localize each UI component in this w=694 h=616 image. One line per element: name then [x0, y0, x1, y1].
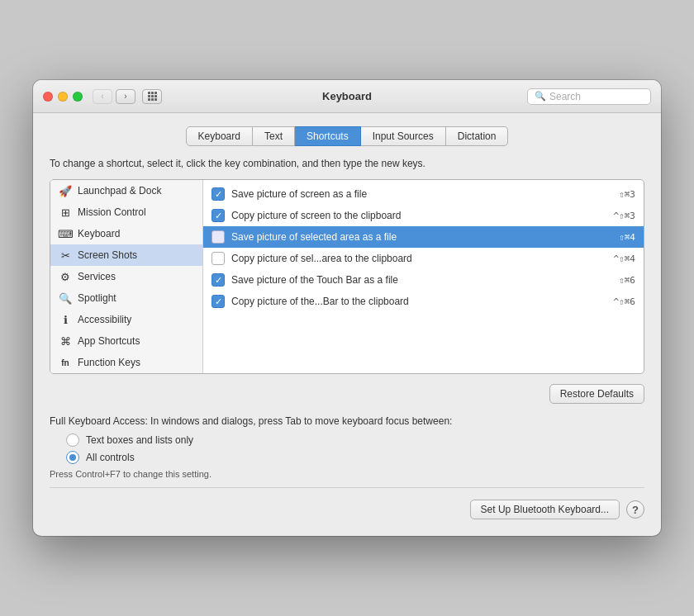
sidebar-label-function-keys: Function Keys: [78, 357, 140, 368]
tab-dictation[interactable]: Dictation: [446, 126, 509, 146]
shortcut-label-5: Copy picture of the...Bar to the clipboa…: [231, 296, 607, 307]
shortcut-row-2[interactable]: Save picture of selected area as a file …: [203, 226, 644, 248]
instruction-text: To change a shortcut, select it, click t…: [50, 158, 644, 169]
radio-item-text-boxes[interactable]: Text boxes and lists only: [66, 434, 644, 447]
main-panel: 🚀 Launchpad & Dock ⊞ Mission Control ⌨ K…: [50, 179, 644, 374]
shortcut-checkbox-0[interactable]: [212, 187, 225, 201]
hint-text: Press Control+F7 to change this setting.: [50, 469, 644, 479]
titlebar: ‹ › Keyboard 🔍 Search: [33, 80, 661, 113]
shortcut-checkbox-1[interactable]: [212, 209, 225, 222]
app-shortcuts-icon: ⌘: [59, 334, 72, 348]
window-title: Keyboard: [322, 90, 372, 102]
grid-view-button[interactable]: [142, 89, 162, 104]
maximize-button[interactable]: [73, 92, 83, 102]
close-button[interactable]: [43, 92, 53, 102]
tab-bar: Keyboard Text Shortcuts Input Sources Di…: [50, 126, 644, 146]
sidebar-label-mission-control: Mission Control: [78, 206, 146, 218]
radio-text-boxes[interactable]: [66, 434, 79, 447]
radio-item-all-controls[interactable]: All controls: [66, 451, 644, 464]
shortcut-key-0: ⇧⌘3: [619, 189, 635, 200]
sidebar-item-keyboard[interactable]: ⌨ Keyboard: [50, 223, 202, 244]
access-title: Full Keyboard Access: In windows and dia…: [50, 415, 644, 427]
search-icon: 🔍: [535, 91, 546, 102]
tab-shortcuts[interactable]: Shortcuts: [295, 126, 361, 146]
restore-defaults-button[interactable]: Restore Defaults: [549, 384, 644, 404]
shortcut-key-2: ⇧⌘4: [619, 232, 635, 243]
sidebar-label-screenshots: Screen Shots: [78, 249, 137, 261]
shortcut-row-4[interactable]: Save picture of the Touch Bar as a file …: [203, 269, 644, 291]
sidebar-item-function-keys[interactable]: fn Function Keys: [50, 352, 202, 373]
tab-input-sources[interactable]: Input Sources: [361, 126, 446, 146]
launchpad-icon: 🚀: [59, 184, 72, 197]
shortcut-row-1[interactable]: Copy picture of screen to the clipboard …: [203, 205, 644, 226]
shortcut-label-2: Save picture of selected area as a file: [231, 231, 612, 243]
accessibility-icon: ℹ: [59, 313, 72, 326]
sidebar-label-accessibility: Accessibility: [78, 314, 131, 325]
nav-buttons: ‹ ›: [93, 89, 135, 104]
content-area: Keyboard Text Shortcuts Input Sources Di…: [33, 113, 661, 536]
help-button[interactable]: ?: [626, 500, 644, 519]
back-button[interactable]: ‹: [93, 89, 112, 104]
mission-control-icon: ⊞: [59, 206, 72, 219]
screenshots-icon: ✂: [59, 249, 72, 262]
grid-icon: [148, 92, 157, 101]
radio-group: Text boxes and lists only All controls: [66, 434, 644, 464]
sidebar-item-accessibility[interactable]: ℹ Accessibility: [50, 309, 202, 330]
spotlight-icon: 🔍: [59, 291, 72, 305]
shortcut-row-5[interactable]: Copy picture of the...Bar to the clipboa…: [203, 291, 644, 312]
keyboard-preferences-window: ‹ › Keyboard 🔍 Search Keyboard Text Shor…: [33, 80, 661, 536]
sidebar-label-launchpad: Launchpad & Dock: [78, 185, 161, 197]
shortcut-checkbox-5[interactable]: [212, 295, 225, 308]
shortcut-key-5: ^⇧⌘6: [614, 296, 636, 307]
radio-inner-selected: [69, 454, 76, 461]
shortcut-label-0: Save picture of screen as a file: [231, 188, 612, 200]
shortcut-label-4: Save picture of the Touch Bar as a file: [231, 274, 612, 286]
forward-button[interactable]: ›: [116, 89, 135, 104]
shortcut-checkbox-2[interactable]: [212, 230, 225, 244]
shortcut-row-0[interactable]: Save picture of screen as a file ⇧⌘3: [203, 183, 644, 205]
radio-all-controls[interactable]: [66, 451, 79, 464]
bottom-bar: Set Up Bluetooth Keyboard... ?: [50, 487, 644, 519]
search-box[interactable]: 🔍 Search: [527, 88, 651, 105]
radio-label-all-controls: All controls: [86, 452, 135, 463]
shortcut-label-1: Copy picture of screen to the clipboard: [231, 210, 607, 221]
traffic-lights: [43, 92, 83, 102]
sidebar: 🚀 Launchpad & Dock ⊞ Mission Control ⌨ K…: [50, 180, 203, 373]
search-input[interactable]: Search: [549, 91, 581, 102]
sidebar-item-services[interactable]: ⚙ Services: [50, 266, 202, 287]
function-keys-icon: fn: [59, 356, 72, 369]
sidebar-label-app-shortcuts: App Shortcuts: [78, 335, 140, 347]
shortcut-key-4: ⇧⌘6: [619, 275, 635, 286]
shortcut-label-3: Copy picture of sel...area to the clipbo…: [231, 253, 607, 264]
sidebar-label-spotlight: Spotlight: [78, 292, 116, 304]
restore-defaults-area: Restore Defaults: [50, 384, 644, 404]
tab-keyboard[interactable]: Keyboard: [186, 126, 253, 146]
shortcuts-list: Save picture of screen as a file ⇧⌘3 Cop…: [203, 180, 644, 373]
keyboard-icon: ⌨: [59, 227, 72, 240]
sidebar-label-services: Services: [78, 271, 116, 282]
bluetooth-button[interactable]: Set Up Bluetooth Keyboard...: [470, 500, 620, 519]
shortcut-checkbox-4[interactable]: [212, 273, 225, 287]
shortcut-checkbox-3[interactable]: [212, 252, 225, 265]
sidebar-item-launchpad-dock[interactable]: 🚀 Launchpad & Dock: [50, 180, 202, 201]
sidebar-label-keyboard: Keyboard: [78, 228, 120, 239]
minimize-button[interactable]: [58, 92, 68, 102]
sidebar-item-screenshots[interactable]: ✂ Screen Shots: [50, 244, 202, 266]
tab-text[interactable]: Text: [253, 126, 295, 146]
services-icon: ⚙: [59, 270, 72, 283]
radio-label-text-boxes: Text boxes and lists only: [86, 434, 193, 446]
shortcut-key-1: ^⇧⌘3: [614, 211, 636, 221]
shortcut-row-3[interactable]: Copy picture of sel...area to the clipbo…: [203, 248, 644, 269]
sidebar-item-app-shortcuts[interactable]: ⌘ App Shortcuts: [50, 330, 202, 352]
sidebar-item-spotlight[interactable]: 🔍 Spotlight: [50, 287, 202, 309]
sidebar-item-mission-control[interactable]: ⊞ Mission Control: [50, 201, 202, 223]
shortcut-key-3: ^⇧⌘4: [614, 254, 636, 264]
keyboard-access-section: Full Keyboard Access: In windows and dia…: [50, 415, 644, 479]
